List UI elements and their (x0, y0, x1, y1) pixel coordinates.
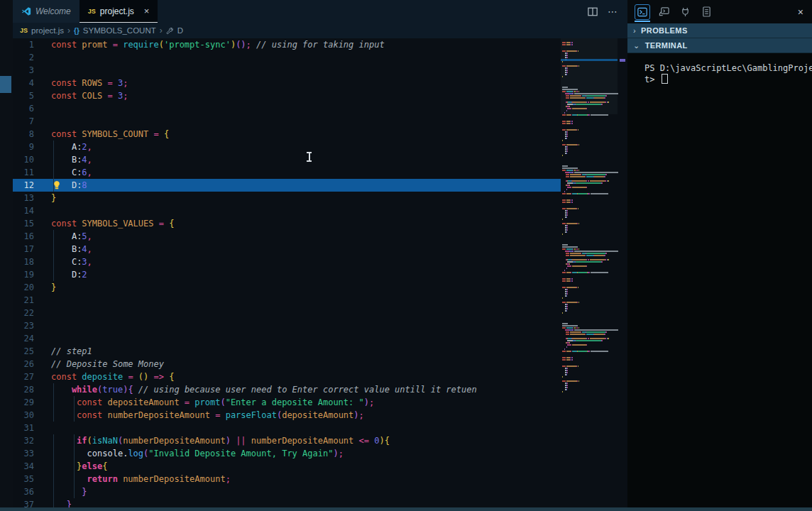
code-line[interactable]: // Deposite Some Money (51, 358, 561, 370)
minimap[interactable] (561, 38, 618, 504)
code-line[interactable]: } (51, 281, 561, 294)
indent-guide (53, 153, 54, 166)
line-number[interactable]: 37 (13, 498, 34, 507)
line-number[interactable]: 11 (13, 166, 34, 179)
line-number[interactable]: 9 (13, 141, 34, 153)
line-number[interactable]: 22 (13, 307, 34, 319)
breadcrumb-item-property[interactable]: D (177, 26, 183, 35)
code-line[interactable] (51, 204, 561, 217)
line-number[interactable]: 36 (13, 485, 34, 498)
line-number[interactable]: 25 (13, 345, 34, 358)
editor-content[interactable]: 1234567891011121314151617181920212223242… (13, 38, 627, 507)
close-tab-icon[interactable]: × (144, 6, 150, 16)
code-line[interactable]: // step1 (51, 345, 561, 358)
line-number[interactable]: 30 (13, 409, 34, 422)
breadcrumb-item-file[interactable]: project.js (31, 26, 64, 35)
more-actions-icon[interactable]: ⋯ (608, 6, 618, 17)
line-number[interactable]: 5 (13, 89, 34, 102)
line-number[interactable]: 7 (13, 115, 34, 128)
notebook-icon[interactable] (698, 4, 714, 20)
line-number[interactable]: 17 (13, 243, 34, 256)
code-line[interactable]: D:2 (51, 268, 561, 281)
line-number[interactable]: 12 (13, 179, 34, 192)
code-line[interactable] (51, 102, 561, 115)
tab-welcome[interactable]: Welcome (13, 0, 79, 23)
line-number[interactable]: 8 (13, 128, 34, 141)
line-number[interactable]: 13 (13, 192, 34, 204)
plug-icon[interactable] (677, 4, 693, 20)
code-line[interactable]: } (51, 192, 561, 204)
code-line[interactable]: const ROWS = 3; (51, 77, 561, 89)
line-number[interactable]: 14 (13, 204, 34, 217)
terminal-section-header[interactable]: ⌄ TERMINAL (627, 38, 812, 53)
debug-console-icon[interactable] (656, 4, 671, 20)
terminal-icon[interactable] (635, 4, 650, 20)
code-line[interactable]: A:2, (51, 141, 561, 153)
code-line[interactable]: if(isNaN(numberDepositeAmount) || number… (51, 434, 561, 447)
code-line[interactable]: const SYMBOLS_VALUES = { (51, 217, 561, 230)
code-line[interactable] (51, 294, 561, 307)
line-number[interactable]: 16 (13, 230, 34, 243)
line-number[interactable]: 4 (13, 77, 34, 89)
line-number[interactable]: 18 (13, 256, 34, 268)
code-line[interactable]: } (51, 485, 561, 498)
code-line[interactable] (51, 51, 561, 64)
split-editor-icon[interactable] (588, 7, 598, 16)
code-line[interactable]: console.log("Invalid Deposite Amount, Tr… (51, 447, 561, 460)
code-line[interactable]: }else{ (51, 460, 561, 473)
line-number[interactable]: 20 (13, 281, 34, 294)
indent-guide (53, 434, 54, 447)
line-number[interactable]: 29 (13, 396, 34, 409)
code-line[interactable]: const depositeAmount = promt("Enter a de… (51, 396, 561, 409)
code-line[interactable] (51, 332, 561, 345)
line-number[interactable]: 24 (13, 332, 34, 345)
line-number[interactable]: 27 (13, 370, 34, 383)
code-line[interactable] (51, 115, 561, 128)
indent-guide (53, 268, 54, 281)
code-line[interactable]: A:5, (51, 230, 561, 243)
line-number[interactable]: 31 (13, 422, 34, 434)
code-line[interactable]: B:4, (51, 153, 561, 166)
code-line[interactable] (51, 64, 561, 77)
code-line[interactable]: const COLS = 3; (51, 89, 561, 102)
line-number[interactable]: 28 (13, 383, 34, 396)
problems-section-header[interactable]: › PROBLEMS (627, 23, 812, 38)
line-number[interactable]: 23 (13, 319, 34, 332)
line-number[interactable]: 6 (13, 102, 34, 115)
line-number[interactable]: 34 (13, 460, 34, 473)
breadcrumb-item-symbol[interactable]: SYMBOLS_COUNT (83, 26, 156, 35)
code-line[interactable] (51, 422, 561, 434)
tab-project-js[interactable]: JS project.js × (79, 0, 158, 23)
code-line[interactable]: const promt = require('prompt-sync')(); … (51, 38, 561, 51)
code-line[interactable]: C:6, (51, 166, 561, 179)
overview-ruler[interactable] (618, 38, 627, 507)
line-number[interactable]: 15 (13, 217, 34, 230)
code-line[interactable]: const SYMBOLS_COUNT = { (51, 128, 561, 141)
terminal-output[interactable]: PS D:\javaScriptLec\GamblingProject> (627, 54, 812, 507)
code-line[interactable] (51, 307, 561, 319)
terminal-label: TERMINAL (645, 41, 688, 50)
code-line[interactable]: B:4, (51, 243, 561, 256)
line-number[interactable]: 35 (13, 473, 34, 485)
code-line[interactable]: } (51, 498, 561, 507)
line-number[interactable]: 1 (13, 38, 34, 51)
line-number[interactable]: 10 (13, 153, 34, 166)
line-number[interactable]: 26 (13, 358, 34, 370)
code-line[interactable]: const deposite = () => { (51, 370, 561, 383)
code-line[interactable]: D:8 (51, 179, 561, 192)
code-line[interactable]: return numberDepositeAmount; (51, 473, 561, 485)
code-line[interactable]: C:3, (51, 256, 561, 268)
line-number[interactable]: 21 (13, 294, 34, 307)
code-line[interactable]: const numberDepositeAmount = parseFloat(… (51, 409, 561, 422)
line-number[interactable]: 2 (13, 51, 34, 64)
line-number[interactable]: 33 (13, 447, 34, 460)
code-line[interactable]: while(true){ // using because user need … (51, 383, 561, 396)
terminal-line: PS D:\javaScriptLec\GamblingProjec (644, 62, 812, 74)
indent-guide (74, 460, 75, 473)
line-number[interactable]: 32 (13, 434, 34, 447)
line-number[interactable]: 3 (13, 64, 34, 77)
lightbulb-icon[interactable] (52, 180, 62, 190)
close-panel-icon[interactable]: × (798, 6, 812, 18)
code-line[interactable] (51, 319, 561, 332)
line-number[interactable]: 19 (13, 268, 34, 281)
